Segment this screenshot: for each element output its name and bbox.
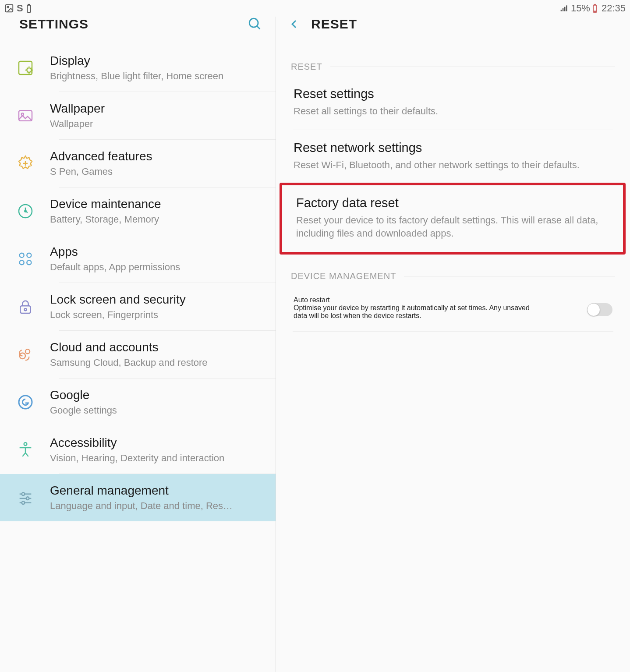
settings-item-google[interactable]: Google Google settings <box>0 378 276 426</box>
settings-item-cloud[interactable]: Cloud and accounts Samsung Cloud, Backup… <box>0 331 276 378</box>
item-sub: Language and input, Date and time, Res… <box>50 500 267 512</box>
reset-settings-item[interactable]: Reset settings Reset all settings to the… <box>276 76 630 130</box>
settings-title: SETTINGS <box>19 17 88 32</box>
svg-point-30 <box>24 442 27 446</box>
settings-pane: SETTINGS Display Brightness, Blue light … <box>0 0 276 672</box>
factory-reset-item[interactable]: Factory data reset Reset your device to … <box>282 185 623 252</box>
display-icon <box>15 57 36 78</box>
advanced-icon <box>15 153 36 174</box>
factory-reset-sub: Reset your device to its factory default… <box>296 214 609 241</box>
svg-point-28 <box>25 349 30 354</box>
svg-rect-4 <box>561 10 562 11</box>
item-title: Display <box>50 54 267 68</box>
item-title: Cloud and accounts <box>50 340 267 354</box>
item-title: Google <box>50 388 267 402</box>
auto-restart-toggle[interactable] <box>587 303 612 316</box>
svg-rect-6 <box>564 7 566 11</box>
general-icon <box>15 487 36 508</box>
svg-point-21 <box>20 253 24 258</box>
item-title: Wallpaper <box>50 102 267 116</box>
item-title: General management <box>50 484 267 498</box>
signal-icon <box>559 4 569 13</box>
svg-point-24 <box>27 260 31 265</box>
item-title: Accessibility <box>50 436 267 450</box>
svg-point-36 <box>22 501 25 504</box>
section-dm-text: DEVICE MANAGEMENT <box>291 271 396 281</box>
gallery-icon <box>4 4 14 13</box>
settings-item-wallpaper[interactable]: Wallpaper Wallpaper <box>0 92 276 139</box>
settings-item-lock[interactable]: Lock screen and security Lock screen, Fi… <box>0 283 276 330</box>
svg-rect-5 <box>563 8 564 11</box>
svg-rect-10 <box>594 11 596 12</box>
item-sub: Google settings <box>50 405 267 416</box>
svg-point-11 <box>249 18 258 27</box>
back-button[interactable] <box>289 17 300 32</box>
auto-restart-title: Auto restart <box>294 296 578 304</box>
factory-reset-highlight: Factory data reset Reset your device to … <box>280 183 626 255</box>
svg-point-22 <box>27 253 31 258</box>
status-bar: S 15% 22:35 <box>0 0 630 17</box>
section-reset-label: RESET <box>276 44 630 76</box>
search-button[interactable] <box>248 17 262 32</box>
factory-reset-title: Factory data reset <box>296 196 609 210</box>
reset-network-title: Reset network settings <box>294 141 612 155</box>
reset-settings-title: Reset settings <box>294 87 612 101</box>
svg-rect-9 <box>594 4 596 5</box>
reset-settings-sub: Reset all settings to their defaults. <box>294 105 612 118</box>
item-sub: Samsung Cloud, Backup and restore <box>50 357 267 368</box>
apps-icon <box>15 248 36 269</box>
svg-rect-7 <box>566 5 567 11</box>
svg-point-27 <box>20 353 25 359</box>
item-title: Device maintenance <box>50 197 267 211</box>
settings-item-apps[interactable]: Apps Default apps, App permissions <box>0 235 276 283</box>
reset-title: RESET <box>311 17 357 32</box>
svg-point-34 <box>26 497 29 500</box>
item-sub: Lock screen, Fingerprints <box>50 309 267 321</box>
settings-list: Display Brightness, Blue light filter, H… <box>0 44 276 672</box>
accessibility-icon <box>15 439 36 460</box>
battery-pct: 15% <box>571 3 590 14</box>
svg-point-1 <box>7 6 9 8</box>
maintenance-icon <box>15 201 36 222</box>
svg-point-26 <box>25 308 27 311</box>
item-sub: Wallpaper <box>50 118 267 130</box>
item-title: Advanced features <box>50 149 267 163</box>
wallpaper-icon <box>15 105 36 126</box>
item-sub: Battery, Storage, Memory <box>50 214 267 225</box>
settings-item-advanced[interactable]: Advanced features S Pen, Games <box>0 140 276 187</box>
svg-rect-2 <box>27 5 30 13</box>
battery-icon <box>592 4 598 13</box>
auto-restart-sub: Optimise your device by restarting it au… <box>294 304 539 320</box>
settings-item-accessibility[interactable]: Accessibility Vision, Hearing, Dexterity… <box>0 426 276 474</box>
svg-rect-25 <box>20 306 30 313</box>
section-reset-text: RESET <box>291 62 322 72</box>
s-icon: S <box>17 3 23 14</box>
battery-small-icon <box>26 4 32 13</box>
reset-network-sub: Reset Wi-Fi, Bluetooth, and other networ… <box>294 159 612 172</box>
lock-icon <box>15 296 36 317</box>
section-dm-label: DEVICE MANAGEMENT <box>276 254 630 286</box>
item-title: Lock screen and security <box>50 293 267 307</box>
item-title: Apps <box>50 245 267 259</box>
svg-point-14 <box>27 68 31 72</box>
item-sub: S Pen, Games <box>50 166 267 177</box>
settings-item-general[interactable]: General management Language and input, D… <box>0 474 276 521</box>
svg-point-23 <box>20 260 24 265</box>
google-icon <box>15 392 36 413</box>
reset-pane: RESET RESET Reset settings Reset all set… <box>276 0 630 672</box>
svg-point-29 <box>19 396 32 409</box>
svg-point-32 <box>22 492 25 495</box>
settings-item-display[interactable]: Display Brightness, Blue light filter, H… <box>0 44 276 92</box>
svg-point-20 <box>25 210 26 212</box>
item-sub: Default apps, App permissions <box>50 262 267 273</box>
item-sub: Brightness, Blue light filter, Home scre… <box>50 71 267 82</box>
svg-rect-0 <box>6 5 13 12</box>
clock-time: 22:35 <box>602 3 626 14</box>
svg-rect-3 <box>28 4 30 5</box>
auto-restart-item[interactable]: Auto restart Optimise your device by res… <box>276 286 630 331</box>
reset-network-item[interactable]: Reset network settings Reset Wi-Fi, Blue… <box>276 130 630 184</box>
svg-line-12 <box>257 26 260 29</box>
cloud-icon <box>15 344 36 365</box>
item-sub: Vision, Hearing, Dexterity and interacti… <box>50 453 267 464</box>
settings-item-maintenance[interactable]: Device maintenance Battery, Storage, Mem… <box>0 187 276 235</box>
